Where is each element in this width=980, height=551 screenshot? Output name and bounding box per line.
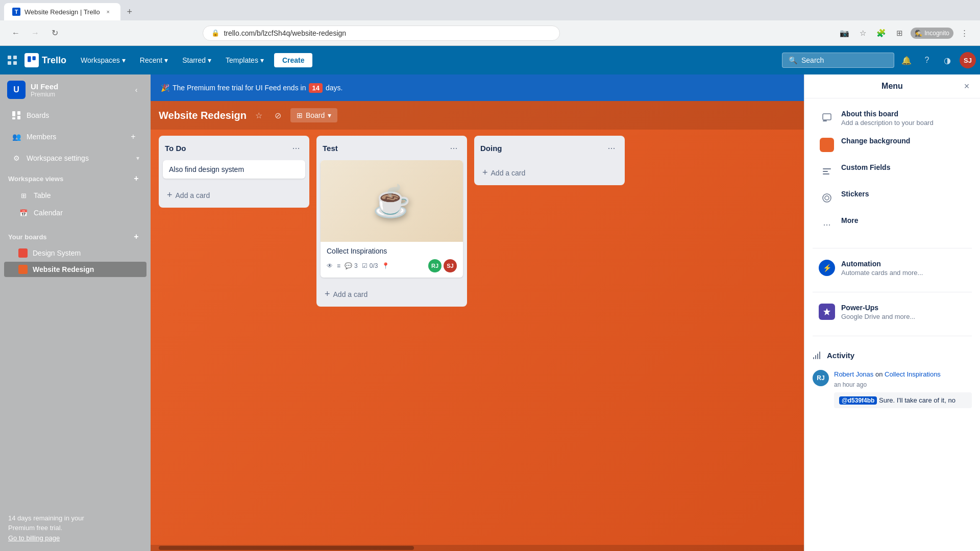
templates-nav-item[interactable]: Templates ▾ (219, 53, 270, 67)
trello-logo[interactable]: Trello (20, 50, 70, 70)
watch-badge: 👁 (327, 262, 333, 269)
svg-rect-4 (28, 56, 31, 62)
user-avatar[interactable]: SJ (960, 52, 976, 68)
extensions-icon[interactable]: 🧩 (874, 26, 888, 40)
add-doing-icon: + (482, 167, 488, 178)
help-button[interactable]: ? (919, 52, 935, 68)
activity-user-link[interactable]: Robert Jonas (834, 370, 873, 378)
workspace-info: UI Feed Premium (31, 82, 124, 98)
stickers-item[interactable]: Stickers (813, 185, 972, 211)
website-redesign-board-item[interactable]: Website Redesign (4, 262, 146, 277)
footer-line1: 14 days remaining in your (8, 513, 142, 523)
activity-card-link[interactable]: Collect Inspirations (885, 370, 941, 378)
menu-divider-2 (813, 292, 972, 292)
add-view-button[interactable]: + (130, 172, 142, 185)
card-design-system[interactable]: Also find design system (163, 160, 305, 179)
list-todo-footer: + Add a card (159, 183, 309, 208)
sidebar-collapse-button[interactable]: ‹ (129, 83, 143, 97)
menu-section-main: About this board Add a description to yo… (804, 98, 980, 244)
card-collect-inspirations[interactable]: ☕ Collect Inspirations 👁 ≡ 💬 3 (321, 160, 463, 278)
custom-fields-item[interactable]: Custom Fields (813, 158, 972, 185)
table-nav-item[interactable]: ⊞ Table (4, 187, 146, 204)
logo-text: Trello (42, 55, 66, 66)
search-bar[interactable]: 🔍 Search (782, 53, 894, 68)
add-test-card-button[interactable]: + Add a card (321, 286, 463, 303)
list-doing: Doing ··· + Add a card (474, 136, 625, 185)
workspace-item[interactable]: U UI Feed Premium ‹ (0, 74, 151, 105)
activity-time: an hour ago (834, 381, 972, 388)
members-nav-item[interactable]: 👥 Members + (4, 127, 146, 147)
automation-title: Automation (841, 260, 966, 268)
list-test: Test ··· ☕ Collect Inspirations 👁 (316, 136, 467, 307)
card-member-rj[interactable]: RJ (428, 259, 442, 272)
active-tab[interactable]: T Website Redesign | Trello × (4, 3, 120, 20)
svg-rect-6 (12, 111, 15, 116)
about-board-item[interactable]: About this board Add a description to yo… (813, 105, 972, 132)
menu-close-button[interactable]: × (960, 79, 974, 93)
menu-title: Menu (881, 82, 903, 91)
change-background-item[interactable]: Change background (813, 132, 972, 158)
templates-chevron: ▾ (260, 56, 264, 64)
nav-items: Workspaces ▾ Recent ▾ Starred ▾ Template… (75, 53, 270, 67)
add-board-button[interactable]: + (130, 231, 142, 243)
list-todo-menu-button[interactable]: ··· (289, 141, 303, 155)
camera-icon[interactable]: 📷 (837, 26, 851, 40)
create-button[interactable]: Create (274, 53, 313, 67)
automation-item[interactable]: ⚡ Automation Automate cards and more... (813, 255, 972, 282)
recent-nav-item[interactable]: Recent ▾ (134, 53, 174, 67)
filter-board-button[interactable]: ⊘ (271, 108, 285, 122)
svg-rect-18 (815, 355, 816, 359)
add-doing-card-button[interactable]: + Add a card (478, 164, 621, 181)
menu-divider-1 (813, 248, 972, 248)
svg-rect-5 (32, 56, 35, 60)
star-icon[interactable]: ☆ (855, 26, 870, 40)
sidebar-toggle-icon[interactable]: ⊞ (892, 26, 906, 40)
star-board-button[interactable]: ☆ (252, 108, 266, 122)
comments-count: 3 (354, 262, 358, 269)
address-bar[interactable]: 🔒 trello.com/b/lzcfSh4q/website-redesign (203, 26, 560, 41)
change-bg-icon (819, 137, 835, 153)
workspaces-nav-item[interactable]: Workspaces ▾ (75, 53, 132, 67)
more-content: More (841, 216, 966, 224)
banner-emoji: 🎉 (161, 84, 169, 92)
browser-tabs: T Website Redesign | Trello × + (0, 0, 980, 20)
back-button[interactable]: ← (8, 26, 23, 41)
workspace-settings-nav-item[interactable]: ⚙ Workspace settings ▾ (4, 149, 146, 167)
add-member-button[interactable]: + (127, 131, 139, 143)
powerups-item[interactable]: Power-Ups Google Drive and more... (813, 298, 972, 325)
description-badge: ≡ (337, 262, 340, 269)
list-doing-menu-button[interactable]: ··· (604, 141, 619, 155)
banner-text-after: days. (326, 84, 342, 92)
theme-button[interactable]: ◑ (939, 52, 955, 68)
design-system-board-item[interactable]: Design System (4, 245, 146, 261)
automation-icon: ⚡ (819, 260, 835, 276)
powerups-icon (819, 304, 835, 320)
add-icon: + (167, 190, 173, 201)
stickers-title: Stickers (841, 190, 966, 198)
search-placeholder: Search (801, 56, 824, 64)
card-coffee-emoji: ☕ (373, 183, 411, 219)
new-tab-button[interactable]: + (122, 5, 137, 19)
svg-rect-2 (8, 61, 11, 65)
browser-menu-icon[interactable]: ⋮ (958, 26, 972, 40)
starred-chevron: ▾ (208, 56, 211, 64)
billing-link[interactable]: Go to billing page (8, 534, 60, 542)
add-todo-card-button[interactable]: + Add a card (163, 187, 305, 204)
calendar-nav-item[interactable]: 📅 Calendar (4, 205, 146, 221)
list-test-title: Test (323, 144, 447, 153)
mention-badge: @d539f4bb (839, 396, 877, 405)
about-board-desc: Add a description to your board (841, 119, 966, 127)
card-member-sj[interactable]: SJ (444, 259, 457, 272)
refresh-button[interactable]: ↻ (47, 26, 62, 41)
nav-grid-button[interactable] (4, 52, 20, 68)
more-icon: ··· (819, 216, 835, 233)
more-item[interactable]: ··· More (813, 211, 972, 238)
tab-close-button[interactable]: × (104, 8, 112, 16)
list-todo-cards: Also find design system (159, 160, 309, 183)
starred-nav-item[interactable]: Starred ▾ (176, 53, 217, 67)
board-view-button[interactable]: ⊞ Board ▾ (290, 108, 337, 122)
notifications-button[interactable]: 🔔 (898, 52, 915, 68)
list-test-menu-button[interactable]: ··· (447, 141, 461, 155)
forward-button[interactable]: → (28, 26, 43, 41)
boards-nav-item[interactable]: Boards (4, 106, 146, 124)
